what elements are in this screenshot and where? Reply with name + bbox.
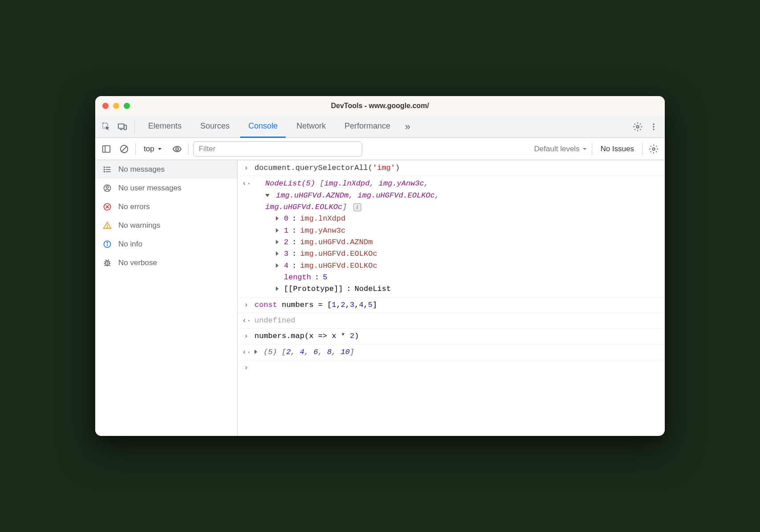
list-icon [102,165,112,174]
svg-point-18 [104,171,105,172]
close-window-button[interactable] [102,103,109,109]
separator [188,143,189,155]
svg-point-11 [176,148,178,150]
expand-toggle-icon[interactable] [276,251,279,256]
sidebar-item-errors[interactable]: No errors [95,197,237,216]
clear-console-icon[interactable] [117,142,131,156]
expand-toggle-icon[interactable] [276,263,279,268]
traffic-lights [102,103,130,109]
sidebar-item-label: No info [118,240,142,249]
expand-toggle-icon[interactable] [265,194,270,197]
expand-toggle-icon[interactable] [276,216,279,221]
devtools-window: DevTools - www.google.com/ Elements Sour… [95,96,665,436]
sidebar-item-label: No errors [118,202,150,211]
separator [642,143,643,155]
console-output: › document.querySelectorAll('img') ‹· No… [238,160,665,436]
sidebar-item-label: No messages [118,165,165,174]
console-input-row: › const numbers = [1,2,3,4,5] [238,298,665,313]
log-levels-selector[interactable]: Default levels [534,145,587,153]
sidebar-item-messages[interactable]: No messages [95,160,237,179]
console-input-row: › numbers.map(x => x * 2) [238,329,665,344]
console-result-row: ‹· (5) [2, 4, 6, 8, 10] [238,345,665,360]
chevron-down-icon [582,146,587,152]
input-chevron-icon: › [242,330,250,342]
context-selector[interactable]: top [140,145,166,153]
tabbar: Elements Sources Console Network Perform… [95,116,665,138]
inspect-element-icon[interactable] [100,120,113,133]
separator [134,121,135,133]
context-label: top [144,145,154,153]
tab-sources[interactable]: Sources [192,116,238,138]
console-prompt[interactable] [255,362,660,374]
svg-point-17 [104,169,105,170]
tab-network[interactable]: Network [288,116,334,138]
levels-label: Default levels [534,145,579,153]
error-icon [102,202,112,212]
console-code[interactable]: document.querySelectorAll('img') [255,162,660,174]
svg-rect-1 [118,124,124,128]
main-area: No messages No user messages No errors N… [95,160,665,436]
sidebar-item-label: No verbose [118,258,157,267]
svg-point-25 [107,227,108,228]
input-chevron-icon: › [242,362,250,374]
svg-line-10 [122,146,127,151]
svg-point-28 [107,242,108,243]
info-badge-icon[interactable]: i [353,203,361,211]
console-result-row: ‹· NodeList(5) [img.lnXdpd, img.yAnw3c, … [238,176,665,297]
svg-point-3 [636,125,639,128]
sidebar-item-info[interactable]: No info [95,235,237,254]
separator [592,143,592,155]
svg-rect-2 [124,125,127,129]
output-chevron-icon: ‹· [242,315,250,326]
maximize-window-button[interactable] [124,103,130,109]
expand-toggle-icon[interactable] [276,240,279,244]
more-tabs-button[interactable]: » [401,120,414,133]
console-code[interactable]: numbers.map(x => x * 2) [255,330,660,342]
minimize-window-button[interactable] [113,103,119,109]
svg-point-12 [652,148,655,150]
device-toolbar-icon[interactable] [116,120,129,133]
tab-console[interactable]: Console [240,116,286,138]
output-chevron-icon: ‹· [242,347,250,358]
console-code[interactable]: const numbers = [1,2,3,4,5] [255,299,660,311]
more-options-icon[interactable] [647,120,660,133]
user-icon [102,183,112,193]
console-prompt-row[interactable]: › [238,360,665,375]
warning-icon [102,221,112,230]
console-result[interactable]: (5) [2, 4, 6, 8, 10] [255,347,660,358]
live-expression-icon[interactable] [170,142,184,156]
settings-icon[interactable] [631,120,644,133]
issues-label[interactable]: No Issues [597,145,638,153]
sidebar: No messages No user messages No errors N… [95,160,238,436]
expand-toggle-icon[interactable] [276,228,279,233]
sidebar-item-warnings[interactable]: No warnings [95,216,237,235]
console-input-row: › document.querySelectorAll('img') [238,160,665,176]
console-settings-icon[interactable] [647,142,660,156]
svg-point-16 [104,167,105,168]
filter-input[interactable] [193,141,362,157]
sidebar-item-verbose[interactable]: No verbose [95,254,237,272]
separator [135,143,136,155]
bug-icon [102,258,112,268]
expand-toggle-icon[interactable] [255,350,257,354]
console-result-row: ‹· undefined [238,313,665,329]
sidebar-item-label: No warnings [118,221,161,230]
console-result: undefined [255,315,660,326]
input-chevron-icon: › [242,162,250,174]
chevron-down-icon [157,146,162,152]
window-title: DevTools - www.google.com/ [95,102,665,110]
tab-performance[interactable]: Performance [336,116,398,138]
svg-point-20 [106,186,109,188]
info-icon [102,239,112,249]
svg-point-5 [653,126,654,127]
tab-elements[interactable]: Elements [140,116,190,138]
console-toolbar: top Default levels No Issues [95,138,665,160]
input-chevron-icon: › [242,299,250,311]
expand-toggle-icon[interactable] [276,286,279,291]
sidebar-item-user[interactable]: No user messages [95,179,237,197]
console-result[interactable]: NodeList(5) [img.lnXdpd, img.yAnw3c, img… [255,178,660,295]
toggle-sidebar-icon[interactable] [100,142,113,156]
sidebar-item-label: No user messages [118,184,182,193]
svg-point-4 [653,123,654,125]
titlebar: DevTools - www.google.com/ [95,96,665,116]
